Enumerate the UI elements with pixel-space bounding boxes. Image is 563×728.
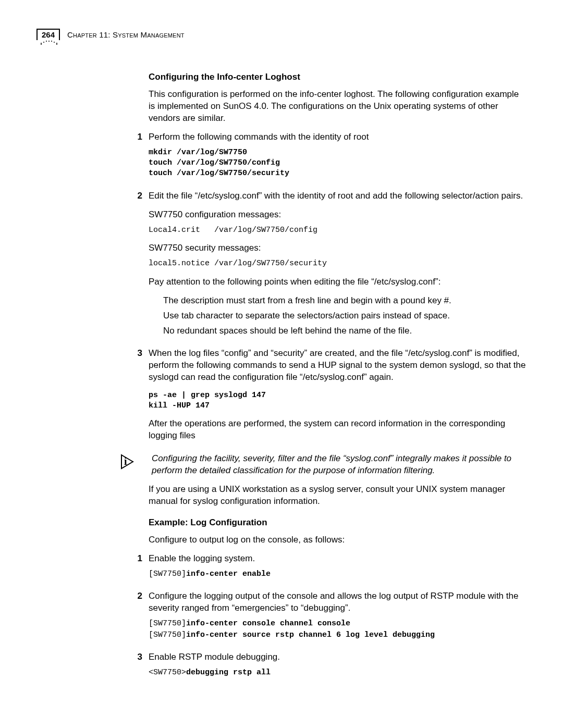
- paragraph: If you are using a UNIX workstation as a…: [149, 484, 527, 508]
- code-line: [SW7750]info-center enable: [149, 569, 527, 579]
- running-header: 264 Chapter 11: System Management: [36, 29, 527, 40]
- paragraph: After the operations are performed, the …: [149, 418, 527, 442]
- paragraph: Pay attention to the following points wh…: [149, 276, 527, 288]
- content-column: Configuring the Info-center Loghost This…: [149, 71, 527, 685]
- numbered-step: 1 Enable the logging system. [SW7750]inf…: [149, 553, 527, 586]
- step-number: 2: [133, 190, 142, 202]
- step-number: 3: [133, 651, 142, 663]
- code-line: <SW7750>debugging rstp all: [149, 668, 527, 678]
- paragraph: Configure to output log on the console, …: [149, 534, 527, 546]
- step-number: 1: [133, 553, 142, 565]
- step-text: Enable the logging system.: [149, 553, 527, 565]
- note-callout: i Configuring the facility, severity, fi…: [149, 453, 527, 477]
- bullet-item: No redundant spaces should be left behin…: [163, 325, 527, 337]
- code-block: ps -ae | grep syslogd 147 kill -HUP 147: [149, 390, 527, 412]
- code-line: Local4.crit /var/log/SW7750/config: [149, 225, 527, 236]
- svg-marker-0: [121, 455, 133, 468]
- page: 264 Chapter 11: System Management Config…: [0, 0, 563, 728]
- section-heading: Example: Log Configuration: [149, 517, 527, 529]
- chapter-title: Chapter 11: System Management: [67, 29, 185, 40]
- paragraph: SW7750 security messages:: [149, 242, 527, 254]
- step-text: When the log files “config” and “securit…: [149, 348, 527, 384]
- paragraph: This configuration is performed on the i…: [149, 89, 527, 125]
- code-line: [SW7750]info-center console channel cons…: [149, 619, 527, 629]
- step-number: 3: [133, 348, 142, 360]
- paragraph: SW7750 configuration messages:: [149, 209, 527, 221]
- step-number: 2: [133, 590, 142, 602]
- code-line: local5.notice /var/log/SW7750/security: [149, 258, 527, 269]
- bullet-item: The description must start from a fresh …: [163, 295, 527, 307]
- code-line: [SW7750]info-center source rstp channel …: [149, 630, 527, 640]
- step-text: Perform the following commands with the …: [149, 131, 527, 143]
- info-icon: i: [120, 454, 141, 473]
- step-text: Configure the logging output of the cons…: [149, 590, 527, 614]
- numbered-step: 3 When the log files “config” and “secur…: [149, 348, 527, 449]
- dot-pattern-icon: [41, 41, 62, 48]
- numbered-step: 2 Edit the file “/etc/syslog.conf” with …: [149, 190, 527, 340]
- svg-text:i: i: [124, 455, 127, 467]
- note-text: Configuring the facility, severity, filt…: [152, 453, 527, 477]
- page-number: 264: [36, 29, 60, 40]
- step-text: Edit the file “/etc/syslog.conf” with th…: [149, 190, 527, 202]
- numbered-step: 3 Enable RSTP module debugging. <SW7750>…: [149, 651, 527, 685]
- step-number: 1: [133, 131, 142, 143]
- bullet-item: Use tab character to separate the select…: [163, 310, 527, 322]
- code-block: mkdir /var/log/SW7750 touch /var/log/SW7…: [149, 147, 527, 179]
- step-text: Enable RSTP module debugging.: [149, 651, 527, 663]
- numbered-step: 1 Perform the following commands with th…: [149, 131, 527, 186]
- section-heading: Configuring the Info-center Loghost: [149, 71, 527, 83]
- numbered-step: 2 Configure the logging output of the co…: [149, 590, 527, 647]
